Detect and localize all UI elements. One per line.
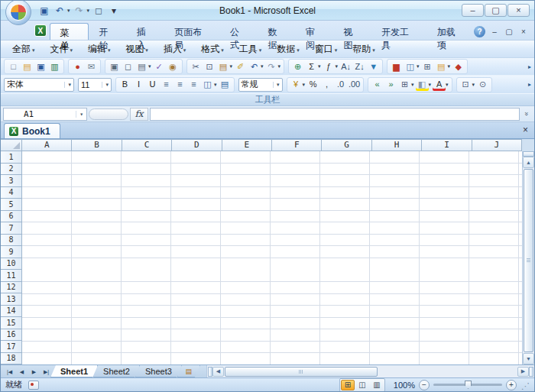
export-workbook-icon[interactable]: ▥ — [48, 60, 61, 73]
export-data-icon[interactable]: ◆ — [452, 60, 465, 73]
borders-icon-dropdown[interactable]: ▾ — [411, 82, 414, 88]
select-all-corner[interactable] — [1, 139, 22, 151]
fill-color-icon[interactable]: ◧ — [416, 79, 429, 91]
sheet-tab-sheet2[interactable]: Sheet2 — [93, 365, 140, 377]
redo-icon-dropdown[interactable]: ▾ — [87, 8, 90, 14]
close-workbook-button[interactable]: × — [519, 28, 528, 37]
insert-function-icon[interactable]: ƒ — [323, 60, 336, 73]
excel-app-icon[interactable]: X — [34, 24, 47, 37]
next-sheet-icon[interactable]: ▶ — [28, 367, 40, 377]
scroll-right-icon[interactable]: ▶ — [517, 367, 529, 377]
magnifier-icon[interactable]: ⊙ — [476, 79, 489, 91]
undo-icon[interactable]: ↶ — [248, 60, 261, 73]
macro-record-icon[interactable] — [28, 381, 39, 390]
minimize-button[interactable]: – — [462, 4, 484, 17]
horizontal-scroll-thumb[interactable] — [225, 367, 378, 377]
column-header[interactable]: G — [322, 139, 371, 151]
font-size-combo[interactable]: 11 — [78, 78, 112, 92]
font-color-icon-dropdown[interactable]: ▾ — [446, 82, 449, 88]
minimize-workbook-button[interactable]: – — [490, 28, 499, 37]
align-left-icon[interactable]: ≡ — [160, 79, 173, 91]
comma-style-icon[interactable]: , — [320, 79, 333, 91]
split-handle-right[interactable] — [529, 367, 533, 377]
row-header[interactable]: 9 — [1, 246, 22, 258]
row-header[interactable]: 12 — [1, 282, 22, 294]
toolbar-overflow-icon[interactable]: ▸ — [528, 81, 531, 88]
tab-data[interactable]: 数据 — [258, 23, 296, 40]
last-sheet-icon[interactable]: ▶| — [41, 367, 52, 377]
cut-icon[interactable]: ✂ — [190, 60, 203, 73]
toolbar-overflow-icon[interactable]: ▸ — [528, 63, 531, 70]
row-header[interactable]: 1 — [1, 151, 22, 164]
pdf-export-icon[interactable]: ● — [71, 60, 84, 73]
customize-quick-access-icon[interactable]: ▾ — [107, 4, 121, 17]
scroll-down-icon[interactable]: ▼ — [523, 353, 534, 364]
previous-sheet-icon[interactable]: ◀ — [16, 367, 28, 377]
row-header[interactable]: 16 — [1, 329, 22, 342]
table-icon[interactable]: ⊞ — [421, 60, 434, 73]
menu-format[interactable]: 格式 — [194, 40, 230, 58]
undo-icon[interactable]: ↶ — [53, 4, 66, 17]
restore-workbook-button[interactable]: ▢ — [504, 28, 514, 37]
scroll-left-icon[interactable]: ◀ — [212, 367, 224, 377]
row-header[interactable]: 15 — [1, 317, 22, 329]
workbook-tab[interactable]: X Book1 — [4, 123, 60, 138]
align-center-icon[interactable]: ≡ — [173, 79, 186, 91]
row-header[interactable]: 18 — [1, 353, 22, 365]
insert-function-button[interactable]: fx — [130, 108, 148, 121]
page-layout-view-icon[interactable]: ◫ — [355, 380, 369, 390]
row-header[interactable]: 4 — [1, 187, 22, 199]
column-header[interactable]: A — [22, 139, 72, 151]
help-icon[interactable]: ? — [474, 26, 485, 37]
page-break-view-icon[interactable]: ▥ — [370, 380, 384, 390]
currency-format-icon-dropdown[interactable]: ▾ — [303, 82, 306, 88]
column-header[interactable]: F — [272, 139, 322, 151]
merge-center-icon-dropdown[interactable]: ▾ — [214, 82, 217, 88]
tab-developer[interactable]: 开发工具 — [371, 23, 427, 40]
decrease-indent-icon[interactable]: « — [371, 79, 384, 91]
cell-styles-icon[interactable]: ▤ — [219, 79, 232, 91]
zoom-in-icon[interactable]: + — [506, 380, 517, 390]
row-header[interactable]: 14 — [1, 306, 22, 318]
row-header[interactable]: 3 — [1, 175, 22, 187]
formula-input[interactable] — [150, 108, 520, 121]
menu-all[interactable]: 全部 — [5, 40, 41, 58]
row-header[interactable]: 5 — [1, 199, 22, 211]
new-document-icon[interactable]: □ — [7, 60, 20, 73]
hyperlink-icon[interactable]: ⊕ — [291, 60, 304, 73]
tab-review[interactable]: 审阅 — [296, 23, 333, 40]
zoom-slider[interactable] — [433, 384, 502, 386]
scroll-up-icon[interactable]: ▲ — [523, 157, 534, 168]
research-icon[interactable]: ◉ — [167, 60, 180, 73]
first-sheet-icon[interactable]: |◀ — [4, 367, 15, 377]
zoom-out-icon[interactable]: − — [419, 380, 430, 390]
row-header[interactable]: 10 — [1, 258, 22, 271]
resize-grip[interactable] — [520, 381, 530, 390]
zoom-level-label[interactable]: 100% — [389, 381, 415, 390]
redo-icon[interactable]: ↷ — [265, 60, 278, 73]
row-header[interactable]: 7 — [1, 222, 22, 235]
column-header[interactable]: C — [122, 139, 172, 151]
autosum-icon[interactable]: Σ — [305, 60, 318, 73]
tab-home[interactable]: 开始 — [89, 23, 126, 40]
tab-page-layout[interactable]: 页面布局 — [164, 23, 220, 40]
normal-view-icon[interactable]: ⊞ — [341, 380, 355, 390]
increase-decimal-icon[interactable]: .0 — [334, 79, 347, 91]
spelling-check-icon[interactable]: ✓ — [153, 60, 166, 73]
font-color-icon[interactable]: A — [433, 79, 446, 91]
column-header[interactable]: B — [72, 139, 122, 151]
save-icon[interactable]: ▣ — [37, 4, 51, 17]
format-cells-icon[interactable]: ⊡ — [459, 79, 472, 91]
tab-formulas[interactable]: 公式 — [220, 23, 258, 40]
grid-cells[interactable] — [22, 151, 522, 364]
open-recent-folder-icon[interactable]: ▤ — [435, 60, 448, 73]
column-header[interactable]: J — [472, 139, 522, 151]
underline-icon[interactable]: U — [146, 79, 159, 91]
row-header[interactable]: 13 — [1, 293, 22, 306]
tab-add-ins[interactable]: 加载项 — [427, 23, 474, 40]
row-header[interactable]: 17 — [1, 341, 22, 353]
open-recent-folder-icon-dropdown[interactable]: ▾ — [448, 63, 451, 70]
merge-center-icon[interactable]: ◫ — [201, 79, 214, 91]
close-workbook-tab-icon[interactable]: × — [523, 125, 528, 135]
format-painter-icon[interactable]: ✐ — [234, 60, 247, 73]
